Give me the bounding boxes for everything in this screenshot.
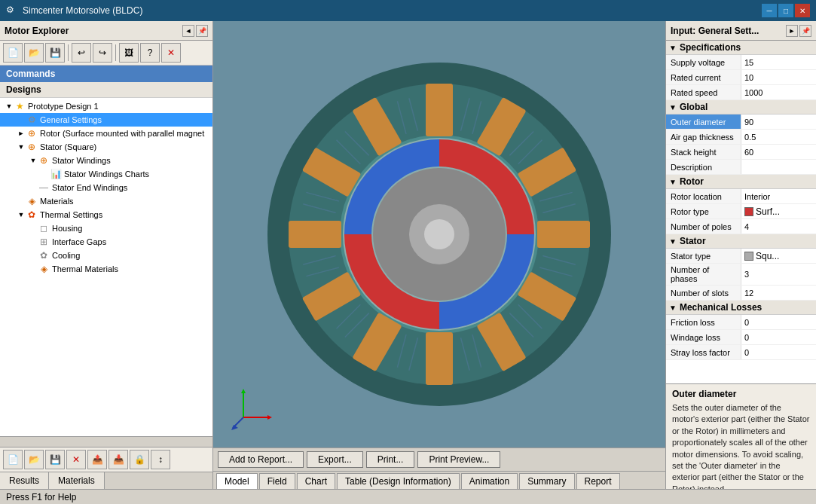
- prop-value-air-gap[interactable]: 0.5: [741, 130, 816, 144]
- section-mechanical-losses[interactable]: ▼ Mechanical Losses: [666, 301, 816, 315]
- section-stator[interactable]: ▼ Stator: [666, 234, 816, 249]
- prop-value-num-slots[interactable]: 12: [741, 286, 816, 300]
- tree-item-prototype1[interactable]: ▼ ★ Prototype Design 1: [0, 99, 212, 113]
- prop-row-rotor-type: Rotor type Surf...: [666, 204, 816, 219]
- prop-value-stack-height[interactable]: 60: [741, 145, 816, 159]
- export-button[interactable]: Export...: [307, 451, 363, 468]
- panel-arrow-button[interactable]: ◄: [182, 25, 194, 37]
- prop-row-num-slots: Number of slots 12: [666, 286, 816, 301]
- motor-diagram: [258, 53, 620, 415]
- right-panel-pin-button[interactable]: 📌: [799, 25, 811, 37]
- prop-label-friction-loss: Friction loss: [666, 315, 741, 329]
- bottom-toolbar-extra[interactable]: ↕: [151, 450, 170, 469]
- toolbar-new-button[interactable]: 📄: [3, 43, 23, 63]
- prop-value-rated-speed[interactable]: 1000: [741, 85, 816, 99]
- toolbar-close-button[interactable]: ✕: [161, 43, 181, 63]
- tree-item-stator[interactable]: ▼ ⊕ Stator (Square): [0, 140, 212, 154]
- tree-item-thermal-materials[interactable]: ◈ Thermal Materials: [0, 262, 212, 276]
- prop-value-rotor-type[interactable]: Surf...: [741, 204, 816, 218]
- prop-value-stator-type[interactable]: Squ...: [741, 249, 816, 263]
- section-collapse-icon-rotor: ▼: [669, 178, 677, 186]
- bottom-toolbar-import[interactable]: 📥: [108, 450, 128, 469]
- tree-item-stator-windings-charts[interactable]: 📊 Stator Windings Charts: [0, 167, 212, 181]
- rotor-icon: ⊕: [26, 127, 38, 139]
- prop-value-friction-loss[interactable]: 0: [741, 315, 816, 329]
- tree-item-materials[interactable]: ◈ Materials: [0, 194, 212, 208]
- tree-item-thermal-settings[interactable]: ▼ ✿ Thermal Settings: [0, 208, 212, 221]
- bottom-toolbar-export[interactable]: 📤: [87, 450, 107, 469]
- right-panel: Input: General Sett... ► 📌 ▼ Specificati…: [665, 21, 816, 489]
- tab-results[interactable]: Results: [0, 472, 49, 489]
- toolbar-open-button[interactable]: 📂: [24, 43, 44, 63]
- tab-report[interactable]: Report: [576, 473, 620, 489]
- svg-point-18: [424, 219, 454, 249]
- bottom-toolbar-lock[interactable]: 🔒: [130, 450, 149, 469]
- prop-row-stray-loss: Stray loss factor 0: [666, 345, 816, 360]
- bottom-toolbar-delete[interactable]: ✕: [66, 450, 86, 469]
- toolbar-help-button[interactable]: ?: [140, 43, 160, 63]
- toolbar-save-button[interactable]: 💾: [45, 43, 65, 63]
- prop-value-supply-voltage[interactable]: 15: [741, 55, 816, 69]
- tab-field[interactable]: Field: [259, 473, 295, 489]
- tab-summary[interactable]: Summary: [519, 473, 574, 489]
- tree-label-housing: Housing: [52, 224, 82, 233]
- prop-value-rotor-location[interactable]: Interior: [741, 189, 816, 203]
- section-label-stator: Stator: [680, 236, 706, 246]
- section-specifications[interactable]: ▼ Specifications: [666, 41, 816, 55]
- prop-value-windage-loss[interactable]: 0: [741, 330, 816, 344]
- title-bar-text: Simcenter Motorsolve (BLDC): [23, 5, 762, 16]
- section-rotor[interactable]: ▼ Rotor: [666, 175, 816, 189]
- right-panel-arrow-button[interactable]: ►: [786, 25, 798, 37]
- prop-label-rated-speed: Rated speed: [666, 85, 741, 99]
- expand-icon[interactable]: ▼: [17, 142, 26, 151]
- prop-value-rated-current[interactable]: 10: [741, 70, 816, 84]
- expand-icon[interactable]: ▼: [17, 210, 26, 219]
- prop-value-num-poles[interactable]: 4: [741, 219, 816, 234]
- tree-container[interactable]: ▼ ★ Prototype Design 1 ⚙ General Setting…: [0, 98, 212, 436]
- tree-item-housing[interactable]: ◻ Housing: [0, 221, 212, 235]
- tree-item-stator-windings[interactable]: ▼ ⊕ Stator Windings: [0, 154, 212, 167]
- prop-value-outer-diameter[interactable]: 90: [741, 115, 816, 129]
- tab-animation[interactable]: Animation: [461, 473, 518, 489]
- section-label-mechanical-losses: Mechanical Losses: [680, 302, 762, 313]
- info-box-text: Sets the outer diameter of the motor's e…: [672, 402, 810, 489]
- bottom-toolbar-new[interactable]: 📄: [3, 450, 23, 469]
- toolbar-image-button[interactable]: 🖼: [119, 43, 139, 63]
- tree-item-rotor[interactable]: ► ⊕ Rotor (Surface mounted with parallel…: [0, 127, 212, 140]
- expand-icon: [17, 115, 26, 124]
- bottom-toolbar-open[interactable]: 📂: [24, 450, 44, 469]
- tab-materials[interactable]: Materials: [49, 472, 105, 489]
- expand-icon[interactable]: ►: [17, 129, 26, 138]
- expand-icon[interactable]: ▼: [29, 156, 38, 165]
- svg-rect-9: [426, 332, 453, 385]
- expand-icon: [29, 264, 38, 273]
- toolbar-redo-button[interactable]: ↪: [93, 43, 112, 63]
- tab-chart[interactable]: Chart: [297, 473, 335, 489]
- maximize-button[interactable]: □: [778, 4, 793, 17]
- print-button[interactable]: Print...: [366, 451, 415, 468]
- panel-pin-button[interactable]: 📌: [196, 25, 208, 37]
- prop-value-stray-loss[interactable]: 0: [741, 345, 816, 359]
- canvas-area[interactable]: [213, 21, 665, 447]
- prop-value-description[interactable]: [741, 160, 816, 174]
- horizontal-scrollbar[interactable]: [0, 436, 212, 447]
- title-bar-buttons: ─ □ ✕: [762, 4, 810, 17]
- print-preview-button[interactable]: Print Preview...: [417, 451, 500, 468]
- close-button[interactable]: ✕: [795, 4, 810, 17]
- prop-value-num-phases[interactable]: 3: [741, 264, 816, 285]
- stator-type-swatch: [744, 252, 753, 261]
- bottom-toolbar-save[interactable]: 💾: [45, 450, 65, 469]
- svg-marker-46: [267, 415, 272, 420]
- housing-icon: ◻: [38, 222, 50, 234]
- toolbar-undo-button[interactable]: ↩: [72, 43, 91, 63]
- tab-model[interactable]: Model: [216, 473, 258, 489]
- tree-item-end-windings[interactable]: — Stator End Windings: [0, 181, 212, 194]
- tab-table[interactable]: Table (Design Information): [337, 473, 460, 489]
- minimize-button[interactable]: ─: [762, 4, 777, 17]
- add-report-button[interactable]: Add to Report...: [218, 451, 304, 468]
- tree-item-cooling[interactable]: ✿ Cooling: [0, 249, 212, 262]
- expand-icon[interactable]: ▼: [5, 102, 14, 111]
- section-global[interactable]: ▼ Global: [666, 100, 816, 115]
- tree-item-interface-gaps[interactable]: ⊞ Interface Gaps: [0, 235, 212, 249]
- tree-item-general-settings[interactable]: ⚙ General Settings: [0, 113, 212, 127]
